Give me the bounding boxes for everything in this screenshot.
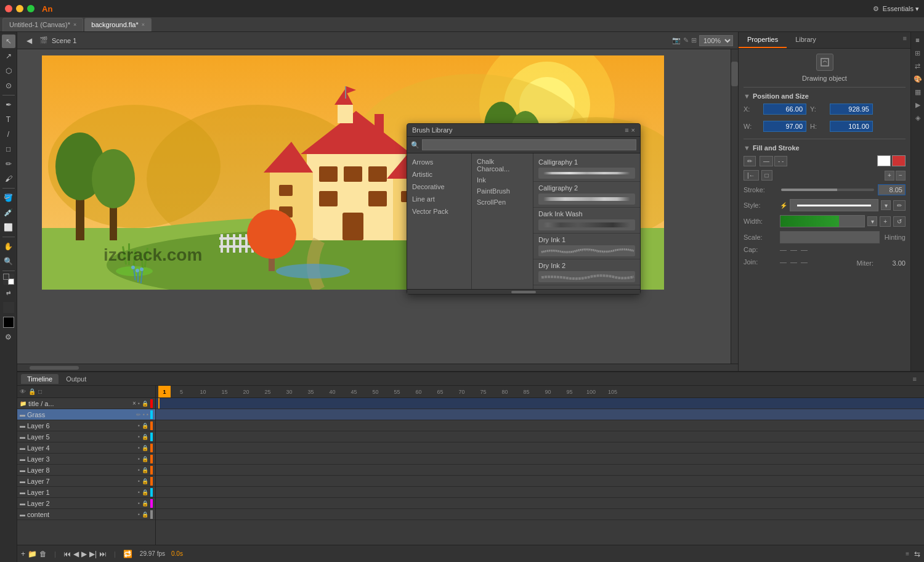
brush-cat-artistic[interactable]: Artistic bbox=[407, 168, 471, 181]
brush-tool[interactable]: 🖌 bbox=[2, 172, 15, 185]
swatches-icon[interactable]: ▦ bbox=[912, 86, 923, 97]
eyedropper-tool[interactable]: 💉 bbox=[2, 206, 15, 219]
brush-cat-decorative[interactable]: Decorative bbox=[407, 181, 471, 193]
back-button[interactable]: ◀ bbox=[22, 34, 36, 47]
x-value[interactable]: 66.00 bbox=[763, 104, 806, 115]
zoom-select[interactable]: 100% bbox=[699, 35, 733, 46]
layer-close-icon[interactable]: × bbox=[132, 400, 136, 407]
timeline-settings-icon[interactable]: ≡ bbox=[906, 550, 909, 557]
fill-color-swatch[interactable] bbox=[892, 155, 906, 166]
tab-close-icon[interactable]: × bbox=[142, 22, 145, 28]
hand-tool[interactable]: ✋ bbox=[2, 240, 15, 253]
canvas-horizontal-scrollbar[interactable] bbox=[17, 364, 738, 371]
timeline-menu-icon[interactable]: ≡ bbox=[909, 374, 920, 384]
zoom-tool[interactable]: 🔍 bbox=[2, 255, 15, 268]
timeline-fit-btn[interactable]: ⇆ bbox=[914, 550, 920, 558]
brush-library-menu-btn[interactable]: ≡ bbox=[625, 126, 628, 134]
essentials-dropdown[interactable]: Essentials ▾ bbox=[883, 5, 919, 13]
stroke-color-swatch[interactable] bbox=[877, 155, 891, 166]
brush-cat-arrows[interactable]: Arrows bbox=[407, 156, 471, 168]
y-value[interactable]: 928.95 bbox=[830, 104, 873, 115]
style-preview[interactable] bbox=[790, 199, 878, 211]
width-dropdown[interactable]: ▾ bbox=[867, 216, 877, 226]
transform-icon[interactable]: ⇄ bbox=[912, 60, 923, 71]
motion-icon[interactable]: ▶ bbox=[912, 99, 923, 110]
pencil-tool-btn[interactable]: ✏ bbox=[744, 156, 756, 166]
h-value[interactable]: 101.00 bbox=[830, 121, 873, 132]
tab-output[interactable]: Output bbox=[60, 374, 92, 384]
layer-pencil-grass[interactable]: ✏ bbox=[136, 412, 141, 418]
panel-menu-icon[interactable]: ≡ bbox=[899, 32, 910, 48]
selection-tool[interactable]: ↖ bbox=[2, 35, 15, 48]
tab-properties[interactable]: Properties bbox=[739, 32, 787, 48]
brush-group-scrollpen[interactable]: ScrollPen bbox=[472, 197, 533, 208]
tab-timeline[interactable]: Timeline bbox=[21, 374, 59, 384]
step-fwd-btn[interactable]: ⏭ bbox=[99, 550, 107, 558]
tab-close-icon[interactable]: × bbox=[73, 22, 76, 28]
remove-btn[interactable]: − bbox=[896, 171, 906, 181]
tab-library[interactable]: Library bbox=[787, 32, 825, 48]
step-back-btn[interactable]: ⏮ bbox=[63, 550, 71, 558]
layer-row-2[interactable]: ▬ Layer 2 • 🔒 bbox=[17, 498, 155, 509]
brush-dry-ink1[interactable]: Dry Ink 1 bbox=[533, 234, 640, 259]
frame-back-btn[interactable]: ◀ bbox=[73, 550, 79, 558]
loop-btn[interactable]: 🔁 bbox=[123, 550, 132, 558]
subselection-tool[interactable]: ↗ bbox=[2, 49, 15, 63]
brush-search-input[interactable] bbox=[422, 139, 636, 150]
layer-row-7[interactable]: ▬ Layer 7 • 🔒 bbox=[17, 476, 155, 487]
width-slider[interactable] bbox=[780, 215, 865, 227]
layer-row-grass[interactable]: ▬ Grass ✏ • • bbox=[17, 409, 155, 420]
brush-group-paintbrush[interactable]: PaintBrush bbox=[472, 185, 533, 197]
center-btn[interactable]: □ bbox=[761, 170, 772, 181]
rectangle-tool[interactable]: □ bbox=[2, 142, 15, 156]
minimize-button[interactable] bbox=[16, 5, 23, 12]
folder-btn[interactable]: 📁 bbox=[28, 550, 37, 558]
swap-colors-btn[interactable]: ⇄ bbox=[2, 286, 15, 299]
layer-row-1[interactable]: ▬ Layer 1 • 🔒 bbox=[17, 487, 155, 498]
layer-row-title[interactable]: 📁 title / a... × • 🔒 bbox=[17, 398, 155, 409]
free-transform-tool[interactable]: ⬡ bbox=[2, 64, 15, 78]
brush-dark-ink-wash[interactable]: Dark Ink Wash bbox=[533, 208, 640, 234]
add-layer-btn[interactable]: + bbox=[21, 550, 25, 558]
brush-group-chalk[interactable]: Chalk Charcoal... bbox=[472, 156, 533, 174]
lasso-tool[interactable]: ⊙ bbox=[2, 79, 15, 92]
brush-calligraphy1[interactable]: Calligraphy 1 bbox=[533, 156, 640, 182]
add-btn[interactable]: + bbox=[885, 171, 894, 181]
stroke-value-input[interactable] bbox=[878, 184, 906, 195]
style-dropdown[interactable]: ▾ bbox=[881, 200, 891, 210]
solid-line-btn[interactable]: — bbox=[760, 156, 773, 166]
components-icon[interactable]: ◈ bbox=[912, 112, 923, 123]
brush-group-ink[interactable]: Ink bbox=[472, 174, 533, 185]
color-icon[interactable]: 🎨 bbox=[912, 73, 923, 84]
layer-row-6[interactable]: ▬ Layer 6 • 🔒 bbox=[17, 420, 155, 431]
brush-cat-lineart[interactable]: Line art bbox=[407, 193, 471, 205]
layer-row-4[interactable]: ▬ Layer 4 • 🔒 bbox=[17, 442, 155, 454]
canvas-vertical-scrollbar[interactable] bbox=[731, 49, 738, 364]
options-button[interactable]: ⚙ bbox=[2, 330, 15, 344]
layer-row-3[interactable]: ▬ Layer 3 • 🔒 bbox=[17, 454, 155, 465]
eraser-tool[interactable]: ⬜ bbox=[2, 221, 15, 234]
pen-tool[interactable]: ✒ bbox=[2, 98, 15, 112]
reset-width-btn[interactable]: ↺ bbox=[893, 216, 906, 227]
w-value[interactable]: 97.00 bbox=[763, 121, 806, 132]
stroke-slider[interactable] bbox=[781, 189, 874, 191]
layer-row-8[interactable]: ▬ Layer 8 • 🔒 bbox=[17, 465, 155, 476]
properties-icon[interactable]: ≡ bbox=[912, 35, 923, 46]
brush-cat-vectorpack[interactable]: Vector Pack bbox=[407, 205, 471, 218]
scale-select[interactable] bbox=[780, 231, 880, 243]
paint-bucket-tool[interactable]: 🪣 bbox=[2, 191, 15, 205]
style-edit-btn[interactable]: ✏ bbox=[893, 200, 906, 211]
brush-library-close-btn[interactable]: × bbox=[631, 126, 635, 134]
brush-dry-ink2[interactable]: Dry Ink 2 bbox=[533, 259, 640, 285]
stroke-color-btn[interactable] bbox=[3, 274, 14, 285]
tab-background[interactable]: background.fla* × bbox=[84, 18, 152, 31]
brush-calligraphy2[interactable]: Calligraphy 2 bbox=[533, 182, 640, 208]
play-btn[interactable]: ▶ bbox=[81, 550, 87, 558]
pencil-tool[interactable]: ✏ bbox=[2, 157, 15, 171]
close-button[interactable] bbox=[5, 5, 12, 12]
add-width-btn[interactable]: + bbox=[880, 216, 891, 227]
delete-layer-btn[interactable]: 🗑 bbox=[39, 550, 47, 558]
line-tool[interactable]: / bbox=[2, 128, 15, 141]
maximize-button[interactable] bbox=[27, 5, 34, 12]
layer-row-content[interactable]: ▬ content • 🔒 bbox=[17, 509, 155, 520]
